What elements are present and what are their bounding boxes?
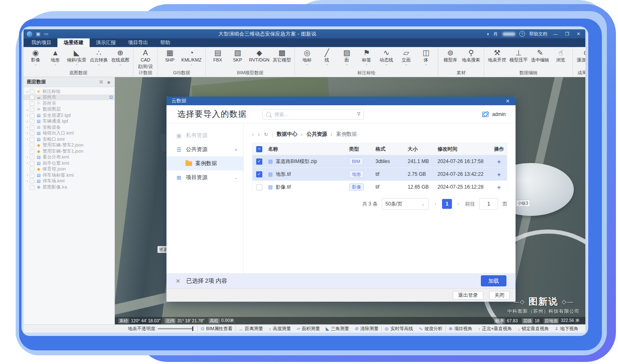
locate-layer-icon[interactable]: ⊡ — [109, 95, 113, 99]
breadcrumb-item[interactable]: 公共资源 — [307, 131, 332, 138]
dialog-close-icon[interactable]: ✕ — [505, 98, 511, 104]
layer-checkbox[interactable] — [30, 173, 34, 177]
expand-arrow-icon[interactable]: ⌄ — [25, 89, 29, 93]
current-page-button[interactable]: 1 — [442, 199, 452, 209]
layer-tree-row[interactable]: ◆ 体育馆.json ⊡ — [24, 166, 114, 173]
table-row[interactable]: ▤ 某道路BIM模型.zip BIM 3dtiles 241.1 MB 2024… — [252, 155, 507, 168]
expand-arrow-icon[interactable]: › — [25, 179, 29, 183]
layer-tree-row[interactable]: ⌄ ★ 标注标绘 ⊡ — [24, 88, 114, 95]
layer-checkbox[interactable] — [30, 107, 34, 111]
forward-icon[interactable]: › — [258, 131, 259, 137]
next-page-button[interactable]: › — [456, 201, 461, 207]
status-tool-button[interactable]: ↑ 正北+垂直视角 — [475, 326, 515, 332]
ribbon-tool-button[interactable]: ▲ 地形 ⌄ — [46, 48, 65, 66]
clear-selection-icon[interactable]: ✕ — [176, 278, 181, 284]
layer-tree-row[interactable]: ◆ 警用车辆-警车2.json ⊡ — [24, 142, 114, 149]
ribbon-tool-button[interactable]: ◫ 体 ⌄ — [416, 48, 435, 66]
search-input[interactable] — [273, 111, 355, 118]
layer-checkbox[interactable] — [30, 101, 34, 106]
ribbon-tool-button[interactable]: ▱ 立面 ⌄ — [397, 48, 416, 66]
layer-tree-row[interactable]: › ▤ 场馆出入口.kml ⊡ — [24, 130, 114, 137]
ribbon-tool-button[interactable]: ▦ SHP ⌄ — [160, 48, 179, 63]
filter-icon[interactable]: ∇ — [357, 111, 360, 117]
ribbon-tool-button[interactable]: ▩ 其它模型 ⌄ — [271, 48, 292, 63]
logout-button[interactable]: 退出登录 — [453, 291, 483, 300]
layer-checkbox[interactable] — [30, 131, 34, 135]
save-icon[interactable]: ▣ — [36, 32, 40, 36]
layer-tree-row[interactable]: › ▤ 停车场标签.kml ⊡ — [24, 172, 114, 178]
slider-knob[interactable] — [192, 326, 193, 331]
add-file-button[interactable]: + — [490, 158, 508, 165]
row-checkbox[interactable] — [256, 158, 262, 165]
ribbon-tool-button[interactable]: ⊙ 漫游/录制 ⌄ — [575, 48, 585, 63]
layer-tree-row[interactable]: › ▤ 安全巡逻2.lgd ⊡ — [24, 112, 114, 118]
layer-tree-row[interactable]: › ▤ 车辆通道.lgd ⊡ — [24, 118, 114, 125]
ribbon-tool-button[interactable]: ◆ RVT/DGN ⌄ — [248, 48, 271, 63]
menu-tab[interactable]: 帮助 — [154, 38, 176, 47]
layer-checkbox[interactable] — [30, 185, 34, 189]
breadcrumb-item[interactable]: 数据中心 — [277, 131, 302, 138]
layer-checkbox[interactable] — [30, 95, 34, 99]
nav-item-case-data[interactable]: 案例数据 — [166, 156, 243, 170]
ribbon-tool-button[interactable]: ⊚ 模型库 ⌄ — [441, 48, 460, 63]
nav-item-project[interactable]: ⊞ 项目资源 ⌄ — [166, 170, 243, 184]
layer-tree-row[interactable]: › ▤ 岗亭位置.kml ⊡ — [24, 160, 114, 166]
status-tool-button[interactable]: ▱ 面积测量 — [294, 326, 323, 332]
ribbon-tool-button[interactable]: ⊥ 模型压平 ⌄ — [508, 48, 529, 63]
status-tool-button[interactable]: ↓ 锁定垂直视角 — [515, 326, 552, 332]
prev-page-button[interactable]: ‹ — [433, 201, 438, 207]
layer-tree-row[interactable]: ⊕ 星图影像.lra ⊡ — [24, 184, 114, 190]
ribbon-tool-button[interactable]: ⚒ 地表开挖 ⌄ — [487, 48, 507, 63]
ribbon-tool-button[interactable]: ▤ FBX ⌄ — [208, 48, 227, 63]
load-button[interactable]: 加载 — [481, 275, 506, 286]
minimize-button[interactable]: — — [551, 31, 559, 36]
expand-arrow-icon[interactable]: › — [25, 173, 29, 177]
ribbon-tool-button[interactable]: ⚑ 标签 ⌄ — [357, 48, 376, 66]
expand-arrow-icon[interactable]: › — [25, 161, 29, 165]
ribbon-tool-button[interactable]: ⚲ 地名搜索 ⌄ — [461, 48, 481, 63]
layer-checkbox[interactable] — [30, 155, 34, 159]
layer-checkbox[interactable] — [30, 149, 34, 154]
table-row[interactable]: ▤ 地形.tif 地形 tif 2.75 GB 2024-07-26 13:42… — [252, 168, 507, 180]
ribbon-tool-button[interactable]: ∴ 点云转换 ⌄ — [88, 48, 109, 66]
ribbon-tool-button[interactable]: ✎ 选中编辑 ⌄ — [530, 48, 550, 63]
expand-arrow-icon[interactable]: › — [25, 137, 29, 141]
layer-tree-row[interactable]: ⌄ ≋ 数据图层 ⊡ — [24, 106, 114, 113]
layer-tree-row[interactable]: ◆ 警用车辆-警车1.json ⊡ — [24, 148, 114, 154]
ribbon-tool-button[interactable]: ▧ SKP ⌄ — [228, 48, 247, 63]
status-tool-button[interactable]: ◎ 实时等高线 — [381, 326, 416, 332]
surface-opacity-slider[interactable] — [158, 328, 193, 329]
ribbon-tool-button[interactable]: ◔ KML/KMZ ⌄ — [180, 48, 203, 66]
add-group-icon[interactable]: ⊞ — [99, 79, 103, 85]
layer-tree-row[interactable]: ☁ 苏州市 ⊡ — [24, 95, 114, 101]
ribbon-tool-button[interactable]: ∿ 动态线 ⌄ — [377, 48, 396, 66]
status-tool-button[interactable]: ⇓ 地下视角 — [552, 326, 581, 332]
expand-arrow-icon[interactable]: › — [25, 155, 29, 159]
menu-tab[interactable]: 我的项目 — [25, 38, 57, 47]
expand-arrow-icon[interactable]: › — [25, 125, 29, 129]
status-tool-button[interactable]: ↔ 距离测量 — [235, 326, 266, 332]
maximize-button[interactable]: ❐ — [563, 31, 571, 37]
layer-checkbox[interactable] — [30, 167, 34, 171]
add-file-button[interactable]: + — [490, 171, 508, 178]
user-manage-icon[interactable]: ☻ — [106, 80, 111, 85]
status-tool-button[interactable]: ◣ 三角测量 — [323, 326, 352, 332]
ribbon-tool-button[interactable]: ╱ 线 ⌄ — [317, 48, 336, 66]
row-checkbox[interactable] — [256, 184, 262, 190]
goto-page-input[interactable] — [479, 198, 498, 210]
layer-tree-row[interactable]: › ▤ 看台分布.kml ⊡ — [24, 154, 114, 161]
ribbon-tool-button[interactable]: ◉ 影像 ⌄ — [26, 48, 45, 66]
select-all-checkbox[interactable] — [256, 146, 262, 152]
menu-tab[interactable]: 演示汇报 — [90, 38, 122, 47]
status-tool-button[interactable]: ↕ 高度测量 — [266, 326, 294, 332]
ribbon-tool-button[interactable]: ▨ 面 ⌄ — [337, 48, 356, 66]
help-doc-link[interactable]: 帮助文档 — [529, 31, 547, 37]
menu-tab[interactable]: 项目导出 — [122, 38, 154, 47]
status-tool-button[interactable]: ⊙ BIM属性查看 — [197, 326, 235, 332]
status-tool-button[interactable]: ∿ 坡度分析 — [416, 326, 445, 332]
close-button[interactable]: ✕ — [575, 31, 582, 37]
expand-arrow-icon[interactable]: › — [25, 119, 29, 123]
close-dialog-button[interactable]: 关闭 — [489, 291, 510, 300]
expand-arrow-icon[interactable]: › — [25, 131, 29, 135]
status-tool-button[interactable]: ⊘ 清除测量 — [352, 326, 381, 332]
